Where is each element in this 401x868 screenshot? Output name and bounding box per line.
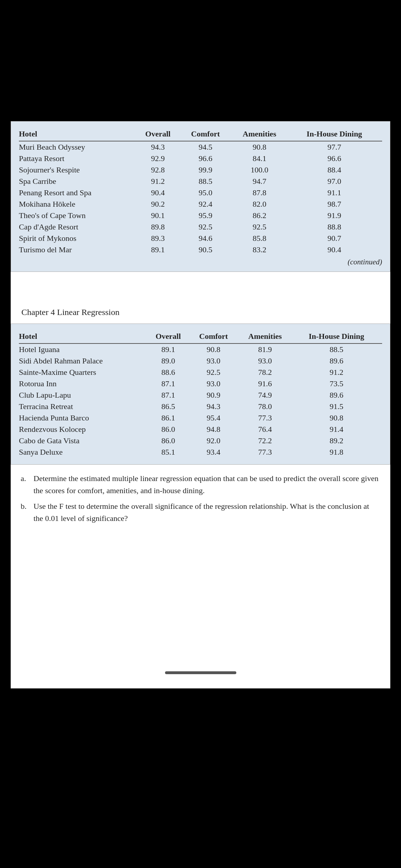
table-row: 92.9 bbox=[137, 153, 182, 164]
table-row: 94.3 bbox=[191, 401, 239, 412]
table-row: 87.1 bbox=[149, 378, 191, 389]
table-row: 92.8 bbox=[137, 164, 182, 176]
col-inhouse-1: In-House Dining bbox=[290, 128, 382, 141]
table-row: 98.7 bbox=[290, 198, 382, 210]
table-row: 73.5 bbox=[294, 378, 382, 389]
col-amenities-2: Amenities bbox=[239, 330, 294, 343]
table-row: 97.7 bbox=[290, 141, 382, 153]
table-row: Rendezvous Kolocep bbox=[19, 424, 149, 435]
table-row: 90.5 bbox=[182, 244, 232, 255]
table-row: 90.8 bbox=[191, 343, 239, 355]
table-row: 85.1 bbox=[149, 446, 191, 458]
table-row: Cap d'Agde Resort bbox=[19, 221, 137, 233]
col-inhouse-2: In-House Dining bbox=[294, 330, 382, 343]
continued-note: (continued) bbox=[19, 255, 382, 268]
table-row: 92.4 bbox=[182, 198, 232, 210]
table-row: Spa Carribe bbox=[19, 176, 137, 187]
table-row: 91.9 bbox=[290, 210, 382, 221]
col-comfort-1: Comfort bbox=[182, 128, 232, 141]
table-row: 89.1 bbox=[149, 343, 191, 355]
table-row: 92.5 bbox=[182, 221, 232, 233]
table-row: 87.1 bbox=[149, 389, 191, 401]
col-hotel-1: Hotel bbox=[19, 128, 137, 141]
table-row: 86.5 bbox=[149, 401, 191, 412]
question-label: b. bbox=[21, 500, 34, 512]
table-row: Penang Resort and Spa bbox=[19, 187, 137, 198]
table-row: 89.1 bbox=[137, 244, 182, 255]
table-row: 92.0 bbox=[191, 435, 239, 446]
table-row: Turismo del Mar bbox=[19, 244, 137, 255]
table-row: 94.5 bbox=[182, 141, 232, 153]
table-row: 88.5 bbox=[294, 343, 382, 355]
table-row: Terracina Retreat bbox=[19, 401, 149, 412]
table-row: Sojourner's Respite bbox=[19, 164, 137, 176]
table-row: 83.2 bbox=[232, 244, 290, 255]
col-amenities-1: Amenities bbox=[232, 128, 290, 141]
table-row: 95.9 bbox=[182, 210, 232, 221]
table-row: 89.2 bbox=[294, 435, 382, 446]
table-row: 90.1 bbox=[137, 210, 182, 221]
table-row: 78.0 bbox=[239, 401, 294, 412]
table-section-1: Hotel Overall Comfort Amenities In-House… bbox=[11, 121, 390, 272]
question-text: Use the F test to determine the overall … bbox=[34, 500, 380, 525]
table-row: 89.3 bbox=[137, 233, 182, 244]
table-row: 77.3 bbox=[239, 412, 294, 424]
table-row: 89.6 bbox=[294, 355, 382, 367]
chapter-header: Chapter 4 Linear Regression bbox=[11, 297, 390, 324]
table-row: 90.7 bbox=[290, 233, 382, 244]
table-row: 93.0 bbox=[191, 378, 239, 389]
table-row: 93.0 bbox=[239, 355, 294, 367]
table-row: Club Lapu-Lapu bbox=[19, 389, 149, 401]
question-item: b.Use the F test to determine the overal… bbox=[21, 500, 380, 525]
table-row: 91.2 bbox=[137, 176, 182, 187]
table-row: 95.4 bbox=[191, 412, 239, 424]
table-row: 88.5 bbox=[182, 176, 232, 187]
table-row: Spirit of Mykonos bbox=[19, 233, 137, 244]
table-row: 85.8 bbox=[232, 233, 290, 244]
table-row: Muri Beach Odyssey bbox=[19, 141, 137, 153]
table-row: Sainte-Maxime Quarters bbox=[19, 367, 149, 378]
col-overall-1: Overall bbox=[137, 128, 182, 141]
table-row: 81.9 bbox=[239, 343, 294, 355]
table-row: Sidi Abdel Rahman Palace bbox=[19, 355, 149, 367]
table-row: Cabo de Gata Vista bbox=[19, 435, 149, 446]
table-row: 91.6 bbox=[239, 378, 294, 389]
table-row: 92.5 bbox=[191, 367, 239, 378]
table-row: 88.6 bbox=[149, 367, 191, 378]
question-label: a. bbox=[21, 472, 34, 484]
table-row: 93.4 bbox=[191, 446, 239, 458]
table-row: 94.8 bbox=[191, 424, 239, 435]
table-row: 91.5 bbox=[294, 401, 382, 412]
table-row: 93.0 bbox=[191, 355, 239, 367]
col-comfort-2: Comfort bbox=[191, 330, 239, 343]
table-row: 88.4 bbox=[290, 164, 382, 176]
table-row: 96.6 bbox=[290, 153, 382, 164]
bottom-bar bbox=[11, 539, 390, 688]
col-hotel-2: Hotel bbox=[19, 330, 149, 343]
table-row: 94.3 bbox=[137, 141, 182, 153]
table-row: 82.0 bbox=[232, 198, 290, 210]
question-item: a.Determine the estimated multiple linea… bbox=[21, 472, 380, 497]
table-row: 84.1 bbox=[232, 153, 290, 164]
table-row: 90.8 bbox=[294, 412, 382, 424]
table-row: 86.1 bbox=[149, 412, 191, 424]
table-row: 90.4 bbox=[137, 187, 182, 198]
table-row: Pattaya Resort bbox=[19, 153, 137, 164]
table-row: 100.0 bbox=[232, 164, 290, 176]
table-row: Hacienda Punta Barco bbox=[19, 412, 149, 424]
table-row: 97.0 bbox=[290, 176, 382, 187]
table-row: 86.2 bbox=[232, 210, 290, 221]
table-row: 78.2 bbox=[239, 367, 294, 378]
table-row: Sanya Deluxe bbox=[19, 446, 149, 458]
table-row: 86.0 bbox=[149, 435, 191, 446]
table-row: 90.9 bbox=[191, 389, 239, 401]
questions-section: a.Determine the estimated multiple linea… bbox=[11, 465, 390, 539]
table-row: 91.4 bbox=[294, 424, 382, 435]
table-row: Rotorua Inn bbox=[19, 378, 149, 389]
gap-between-sections bbox=[11, 272, 390, 283]
table-row: 90.4 bbox=[290, 244, 382, 255]
table-row: 74.9 bbox=[239, 389, 294, 401]
table-row: 86.0 bbox=[149, 424, 191, 435]
table-row: 89.0 bbox=[149, 355, 191, 367]
table-row: 76.4 bbox=[239, 424, 294, 435]
